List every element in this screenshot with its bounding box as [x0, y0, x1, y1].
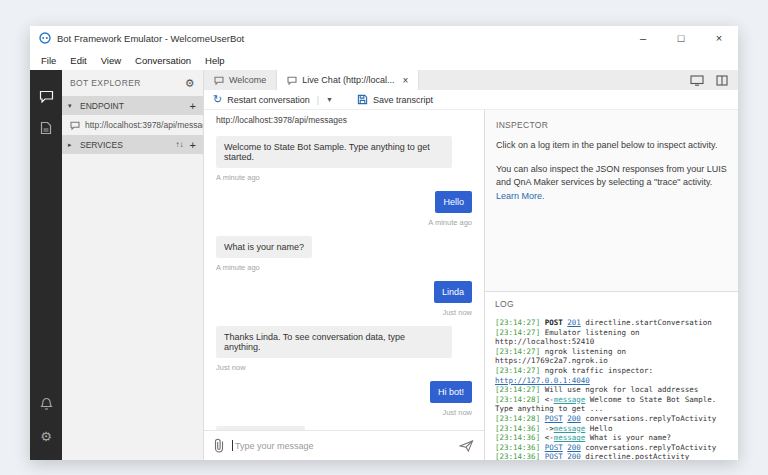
log-message-link[interactable]: message — [554, 424, 586, 433]
inspector-description: You can also inspect the JSON responses … — [496, 163, 727, 204]
log-entry[interactable]: [23:14:28] POST 200 conversations.replyT… — [495, 414, 728, 424]
inspector-hint: Click on a log item in the panel below t… — [496, 139, 727, 153]
log-timestamp: [23:14:27] — [495, 366, 540, 375]
menu-file[interactable]: File — [34, 55, 63, 66]
restart-icon: ↻ — [213, 93, 222, 106]
add-endpoint-icon[interactable]: + — [190, 100, 196, 112]
chevron-down-icon: ▾ — [68, 102, 76, 110]
tab-bar-actions — [680, 70, 738, 90]
message-input[interactable]: Type your message — [235, 441, 451, 451]
save-transcript-button[interactable]: Save transcript — [373, 95, 433, 105]
services-section-header[interactable]: ▸ SERVICES ↑↓ + — [62, 135, 203, 154]
restart-conversation-button[interactable]: Restart conversation — [227, 95, 310, 105]
message-bubble[interactable]: Hi bot! — [430, 381, 472, 403]
log-entry[interactable]: [23:14:27] Will use ngrok for local addr… — [495, 385, 728, 395]
services-section-label: SERVICES — [80, 140, 123, 150]
message-list[interactable]: Welcome to State Bot Sample. Type anythi… — [204, 130, 484, 430]
menu-edit[interactable]: Edit — [63, 55, 93, 66]
minimize-icon[interactable]: – — [624, 26, 662, 50]
endpoint-item[interactable]: http://localhost:3978/api/messages — [62, 115, 203, 135]
inspector-panel: INSPECTOR Click on a log item in the pan… — [485, 110, 738, 292]
chevron-down-icon[interactable]: ▼ — [326, 96, 333, 103]
app-icon — [39, 32, 51, 44]
log-timestamp: [23:14:36] — [495, 433, 540, 442]
log-status-link[interactable]: 200 — [567, 452, 581, 460]
menu-conversation[interactable]: Conversation — [128, 55, 198, 66]
add-service-icon[interactable]: + — [190, 139, 196, 151]
log-entry[interactable]: [23:14:36] ->message Hello — [495, 424, 728, 434]
log-status-link[interactable]: POST — [545, 414, 563, 423]
learn-more-link[interactable]: Learn More. — [496, 191, 545, 201]
inspector-title: INSPECTOR — [496, 120, 727, 130]
message-bubble[interactable]: Linda — [434, 281, 472, 303]
bot-explorer-header: BOT EXPLORER ⚙ — [62, 70, 203, 96]
maximize-icon[interactable]: □ — [662, 26, 700, 50]
message-bubble[interactable]: What is your name? — [216, 236, 312, 258]
sort-icon[interactable]: ↑↓ — [176, 140, 184, 149]
log-text: <- — [545, 395, 554, 404]
log-status-link[interactable]: 200 — [567, 414, 581, 423]
tab-live-chat[interactable]: Live Chat (http://local... × — [277, 70, 419, 90]
log-message-link[interactable]: message — [554, 395, 586, 404]
log-entry[interactable]: [23:14:27] ngrok listening on https://17… — [495, 347, 728, 366]
message-bubble[interactable]: Hello — [435, 191, 472, 213]
message-bubble[interactable]: Welcome to State Bot Sample. Type anythi… — [216, 136, 452, 168]
settings-button[interactable]: ⚙ — [30, 420, 62, 452]
close-icon[interactable]: × — [700, 26, 738, 50]
log-status-link[interactable]: http://127.0.0.1:4040 — [495, 376, 590, 385]
endpoint-section-header[interactable]: ▾ ENDPOINT + — [62, 96, 203, 115]
chat-bubble-icon — [287, 76, 297, 85]
send-icon[interactable] — [459, 440, 474, 452]
message-timestamp: Just now — [216, 363, 246, 372]
message-timestamp: A minute ago — [216, 263, 260, 272]
chat-bubble-icon — [214, 76, 224, 85]
log-status-link[interactable]: 200 — [567, 443, 581, 452]
log-text: Hello — [590, 424, 613, 433]
log-text: directline.postActivity — [585, 452, 689, 460]
tab-welcome[interactable]: Welcome — [204, 70, 277, 90]
notifications-button[interactable] — [30, 388, 62, 420]
save-icon — [357, 94, 368, 105]
chat-message-bot: Welcome to State Bot Sample. Type anythi… — [216, 136, 472, 191]
log-message-link[interactable]: message — [554, 433, 586, 442]
gear-icon: ⚙ — [40, 430, 52, 443]
chevron-right-icon: ▸ — [68, 141, 76, 149]
split-editor-icon[interactable] — [716, 75, 728, 86]
chat-message-user: Hi bot!Just now — [216, 381, 472, 426]
chat-message-bot: Thanks Linda. To see conversation data, … — [216, 326, 472, 381]
log-entries[interactable]: [23:14:27] POST 201 directline.startConv… — [495, 318, 728, 460]
chat-message-user: HelloA minute ago — [216, 191, 472, 236]
log-timestamp: [23:14:27] — [495, 347, 540, 356]
chat-activity-button[interactable] — [30, 80, 62, 112]
attachment-icon[interactable] — [214, 438, 224, 453]
log-entry[interactable]: [23:14:27] POST 201 directline.startConv… — [495, 318, 728, 328]
presentation-mode-icon[interactable] — [690, 75, 704, 86]
message-bubble[interactable]: Thanks Linda. To see conversation data, … — [216, 326, 452, 358]
tab-welcome-label: Welcome — [229, 75, 266, 85]
log-text: Will use ngrok for local addresses — [545, 385, 699, 394]
menu-help[interactable]: Help — [198, 55, 232, 66]
log-entry[interactable]: [23:14:27] Emulator listening on http://… — [495, 328, 728, 347]
tab-close-icon[interactable]: × — [402, 75, 408, 86]
log-entry[interactable]: [23:14:36] POST 200 directline.postActiv… — [495, 452, 728, 460]
log-text: ngrok traffic inspector: — [545, 366, 653, 375]
log-status-link[interactable]: POST — [545, 443, 563, 452]
log-text: conversations.replyToActivity — [585, 414, 716, 423]
log-text: directline.startConversation — [585, 318, 711, 327]
log-timestamp: [23:14:28] — [495, 414, 540, 423]
chat-endpoint-url: http://localhost:3978/api/messages — [204, 110, 484, 130]
log-timestamp: [23:14:27] — [495, 385, 540, 394]
log-panel: LOG [23:14:27] POST 201 directline.start… — [485, 292, 738, 460]
log-title: LOG — [495, 299, 728, 309]
resources-activity-button[interactable] — [30, 112, 62, 144]
log-entry[interactable]: [23:14:36] <-message What is your name? — [495, 433, 728, 443]
log-status-link[interactable]: 201 — [567, 318, 581, 327]
explorer-gear-icon[interactable]: ⚙ — [185, 77, 195, 90]
menu-view[interactable]: View — [94, 55, 128, 66]
log-entry[interactable]: [23:14:27] ngrok traffic inspector: http… — [495, 366, 728, 385]
log-status-link[interactable]: POST — [545, 452, 563, 460]
log-entry[interactable]: [23:14:36] POST 200 conversations.replyT… — [495, 443, 728, 453]
log-entry[interactable]: [23:14:28] <-message Welcome to State Bo… — [495, 395, 728, 414]
log-timestamp: [23:14:27] — [495, 318, 540, 327]
message-input-row: Type your message — [204, 430, 484, 460]
